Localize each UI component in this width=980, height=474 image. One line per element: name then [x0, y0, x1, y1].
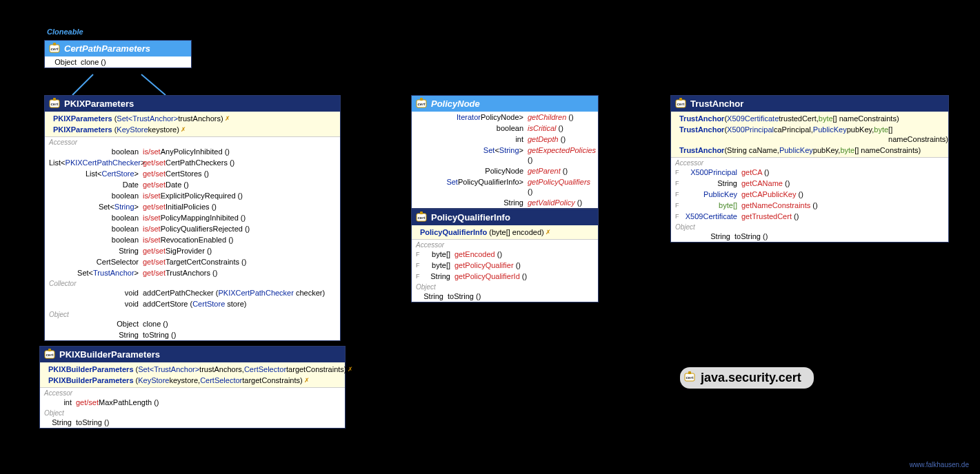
svg-rect-16	[420, 212, 423, 214]
method-row: Fbyte[]getNameConstraints ()	[671, 200, 948, 211]
package-badge: cert java.security.cert	[680, 367, 814, 389]
svg-line-0	[72, 74, 93, 95]
method-row: FX500PrincipalgetCA ()	[671, 167, 948, 178]
method-row: Set<String>getExpectedPolicies ()	[412, 145, 598, 165]
pkixparameters-box: cert PKIXParameters PKIXParameters (Set<…	[44, 95, 341, 341]
method-row: booleanisCritical ()	[412, 123, 598, 134]
certpathparameters-header: cert CertPathParameters	[45, 41, 191, 56]
method-row: SetPolicyQualifierInfo>getPolicyQualifie…	[412, 176, 598, 197]
method-row: intgetDepth ()	[412, 134, 598, 145]
svg-text:cert: cert	[50, 102, 58, 106]
svg-line-1	[141, 74, 166, 95]
constructors: PKIXParameters (Set<TrustAnchor> trustAn…	[45, 112, 340, 136]
pkixbuilderparameters-box: cert PKIXBuilderParameters PKIXBuilderPa…	[39, 346, 346, 429]
policyqualifierinfo-box: cert PolicyQualifierInfo PolicyQualifier…	[411, 209, 599, 302]
cert-icon: cert	[684, 371, 695, 382]
method-row: FX509CertificategetTrustedCert ()	[671, 211, 948, 222]
certpathparameters-box: cert CertPathParameters Object clone ()	[44, 40, 192, 68]
cert-icon: cert	[49, 98, 60, 109]
method-row: Dateget/setDate ()	[45, 179, 340, 190]
svg-rect-13	[420, 98, 423, 101]
svg-rect-19	[679, 98, 682, 101]
method-row: StringgetValidPolicy ()	[412, 197, 598, 208]
method-row: IteratorPolicyNode>getChildren ()	[412, 112, 598, 123]
method-row: booleanis/setRevocationEnabled ()	[45, 234, 340, 245]
policyqualifierinfo-header: cert PolicyQualifierInfo	[412, 209, 598, 225]
cert-icon: cert	[416, 98, 427, 109]
object-label: Object	[45, 309, 340, 318]
cert-icon: cert	[675, 98, 686, 109]
cloneable-stereotype: Cloneable	[47, 28, 83, 36]
method-row: FStringgetCAName ()	[671, 178, 948, 189]
cert-icon: cert	[49, 43, 60, 54]
method-row: FPublicKeygetCAPublicKey ()	[671, 189, 948, 200]
method-row: PolicyNodegetParent ()	[412, 165, 598, 176]
policynode-box: cert PolicyNode IteratorPolicyNode>getCh…	[411, 95, 599, 209]
method-row: Fbyte[]getPolicyQualifier ()	[412, 260, 598, 271]
method-row: Stringget/setSigProvider ()	[45, 245, 340, 256]
method-row: booleanis/setPolicyMappingInhibited ()	[45, 212, 340, 223]
cert-icon: cert	[44, 349, 55, 360]
svg-text:cert: cert	[417, 102, 426, 106]
svg-rect-7	[53, 98, 56, 101]
svg-text:cert: cert	[50, 47, 59, 51]
constructors: PolicyQualifierInfo (byte[] encoded)✗	[412, 225, 598, 239]
method-row: Fbyte[]getEncoded ()	[412, 249, 598, 260]
pkixparameters-header: cert PKIXParameters	[45, 96, 340, 112]
method-row: CertSelectorget/setTargetCertConstraints…	[45, 256, 340, 267]
svg-text:cert: cert	[417, 216, 425, 220]
method-row: booleanis/setExplicitPolicyRequired ()	[45, 190, 340, 201]
collector-label: Collector	[45, 278, 340, 287]
method-row: Object clone ()	[45, 56, 191, 68]
accessor-label: Accessor	[45, 137, 340, 146]
svg-text:cert: cert	[46, 353, 53, 357]
method-row: booleanis/setAnyPolicyInhibited ()	[45, 146, 340, 157]
method-row: Set<String>get/setInitialPolicies ()	[45, 201, 340, 212]
svg-rect-10	[48, 349, 51, 351]
policynode-header: cert PolicyNode	[412, 96, 598, 112]
pkixbuilderparameters-header: cert PKIXBuilderParameters	[40, 347, 345, 362]
svg-rect-4	[53, 43, 56, 45]
method-row: List<PKIXCertPathChecker>get/setCertPath…	[45, 157, 340, 168]
cert-icon: cert	[416, 212, 427, 223]
svg-text:cert: cert	[686, 375, 693, 380]
svg-rect-22	[688, 371, 691, 374]
constructors: PKIXBuilderParameters (Set<TrustAnchor> …	[40, 362, 345, 387]
constructors: TrustAnchor (X509Certificate trustedCert…	[671, 112, 948, 157]
trustanchor-header: cert TrustAnchor	[671, 96, 948, 112]
svg-text:cert: cert	[677, 102, 684, 106]
method-row: List<CertStore>get/setCertStores ()	[45, 168, 340, 179]
footer-link[interactable]: www.falkhausen.de	[910, 461, 969, 468]
method-row: booleanis/setPolicyQualifiersRejected ()	[45, 223, 340, 234]
trustanchor-box: cert TrustAnchor TrustAnchor (X509Certif…	[670, 95, 949, 243]
method-row: Set<TrustAnchor>get/setTrustAnchors ()	[45, 267, 340, 278]
method-row: FStringgetPolicyQualifierId ()	[412, 271, 598, 282]
